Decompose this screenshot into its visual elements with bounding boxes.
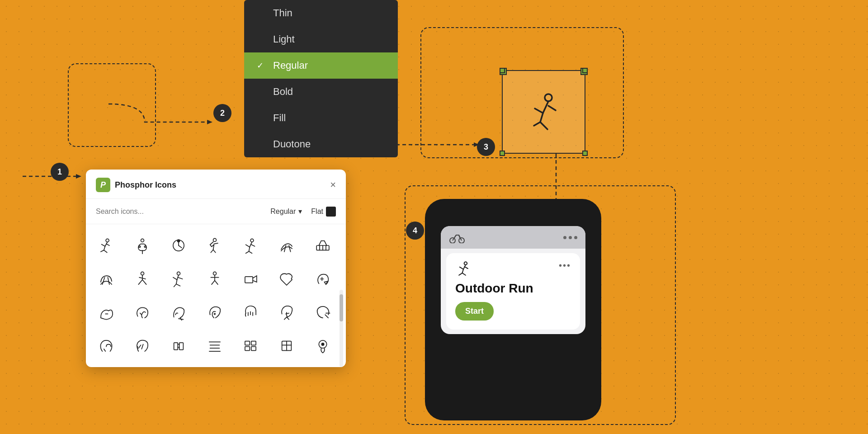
list-item[interactable] <box>90 263 122 295</box>
dropdown-item-light[interactable]: Light <box>244 26 398 52</box>
list-item[interactable] <box>127 263 158 295</box>
list-item[interactable] <box>199 263 231 295</box>
icon-grid <box>86 224 346 367</box>
style-selector[interactable]: Regular ▾ <box>267 205 306 217</box>
list-item[interactable] <box>163 330 194 362</box>
style-label: Regular <box>270 208 296 216</box>
svg-point-23 <box>144 246 146 247</box>
dot-1 <box>563 236 566 239</box>
dropdown-item-fill[interactable]: Fill <box>244 105 398 131</box>
svg-rect-85 <box>179 343 183 350</box>
list-item[interactable] <box>235 230 266 261</box>
list-item[interactable] <box>271 297 302 328</box>
bold-label: Bold <box>273 86 293 98</box>
flat-selector[interactable]: Flat <box>311 207 336 217</box>
svg-point-100 <box>322 343 324 345</box>
svg-line-11 <box>540 122 547 129</box>
list-item[interactable] <box>235 330 266 362</box>
step-badge-1: 1 <box>51 163 69 181</box>
svg-point-46 <box>141 272 144 275</box>
list-item[interactable] <box>235 263 266 295</box>
svg-line-13 <box>548 106 556 110</box>
svg-line-82 <box>138 345 141 348</box>
dropdown-item-duotone[interactable]: Duotone <box>244 131 398 157</box>
phosphor-logo: P <box>96 178 110 192</box>
phone-card-menu-dots: ••• <box>559 260 571 271</box>
list-item[interactable] <box>90 297 122 328</box>
phosphor-panel: P Phosphor Icons × Regular ▾ Flat <box>86 170 346 367</box>
svg-line-17 <box>104 246 105 250</box>
list-item[interactable] <box>307 263 339 295</box>
list-item[interactable] <box>307 330 339 362</box>
phosphor-close-button[interactable]: × <box>330 180 336 190</box>
regular-label: Regular <box>273 60 308 71</box>
svg-line-9 <box>535 108 543 113</box>
dropdown-item-bold[interactable]: Bold <box>244 79 398 105</box>
search-input[interactable] <box>96 208 261 216</box>
corner-handle-br[interactable] <box>582 151 588 156</box>
dropdown-panel: Thin Light ✓ Regular Bold Fill Duotone <box>244 0 398 157</box>
list-item[interactable] <box>271 230 302 261</box>
fill-label: Fill <box>273 112 286 124</box>
svg-line-38 <box>284 245 286 252</box>
list-item[interactable] <box>90 230 122 261</box>
running-icon-preview <box>521 90 566 135</box>
svg-line-60 <box>212 280 215 284</box>
corner-handle-bl[interactable] <box>500 151 505 156</box>
dropdown-item-thin[interactable]: Thin <box>244 0 398 26</box>
svg-line-55 <box>176 284 180 286</box>
svg-line-103 <box>454 235 456 238</box>
list-item[interactable] <box>271 263 302 295</box>
svg-line-78 <box>284 317 287 319</box>
start-button[interactable]: Start <box>455 302 494 321</box>
dot-2 <box>569 236 572 239</box>
phone-card-title: Outdoor Run <box>455 281 571 296</box>
scroll-thumb[interactable] <box>340 294 343 321</box>
svg-rect-92 <box>245 341 250 345</box>
phone-screen: ••• Outdoor Run Start <box>441 226 585 334</box>
scroll-area[interactable] <box>340 290 343 367</box>
dot-3 <box>574 236 577 239</box>
svg-line-16 <box>102 244 105 246</box>
list-item[interactable] <box>163 263 194 295</box>
svg-point-14 <box>106 239 109 242</box>
svg-point-51 <box>177 272 180 275</box>
list-item[interactable] <box>271 330 302 362</box>
svg-line-57 <box>178 278 182 279</box>
list-item[interactable] <box>127 330 158 362</box>
list-item[interactable] <box>307 297 339 328</box>
list-item[interactable] <box>127 230 158 261</box>
svg-rect-94 <box>245 347 250 351</box>
connector-line-2 <box>108 77 235 131</box>
svg-line-35 <box>249 251 252 253</box>
running-icon-phone <box>455 260 472 277</box>
svg-marker-1 <box>76 174 81 179</box>
phone-card-header: ••• <box>455 260 571 277</box>
list-item[interactable] <box>307 230 339 261</box>
corner-handle-tl[interactable] <box>500 68 505 73</box>
list-item[interactable] <box>199 330 231 362</box>
list-item[interactable] <box>199 297 231 328</box>
list-item[interactable] <box>235 297 266 328</box>
svg-line-83 <box>142 344 143 349</box>
icon-preview-box <box>502 70 585 154</box>
list-item[interactable] <box>199 230 231 261</box>
svg-point-7 <box>545 94 552 101</box>
phone-card: ••• Outdoor Run Start <box>446 253 580 330</box>
svg-point-22 <box>139 246 140 247</box>
svg-line-37 <box>251 244 255 246</box>
dropdown-item-regular[interactable]: ✓ Regular <box>244 52 398 79</box>
list-item[interactable] <box>163 297 194 328</box>
flat-label: Flat <box>311 208 323 216</box>
list-item[interactable] <box>90 330 122 362</box>
phone-mockup: ••• Outdoor Run Start <box>425 199 601 420</box>
svg-line-61 <box>215 280 218 284</box>
chevron-down-icon: ▾ <box>298 207 302 216</box>
svg-line-8 <box>543 101 548 113</box>
phosphor-title-text: Phosphor Icons <box>115 180 176 190</box>
svg-line-33 <box>246 245 250 247</box>
list-item[interactable] <box>127 297 158 328</box>
list-item[interactable] <box>163 230 194 261</box>
corner-handle-tr[interactable] <box>582 68 588 73</box>
phone-top-bar <box>441 226 585 249</box>
